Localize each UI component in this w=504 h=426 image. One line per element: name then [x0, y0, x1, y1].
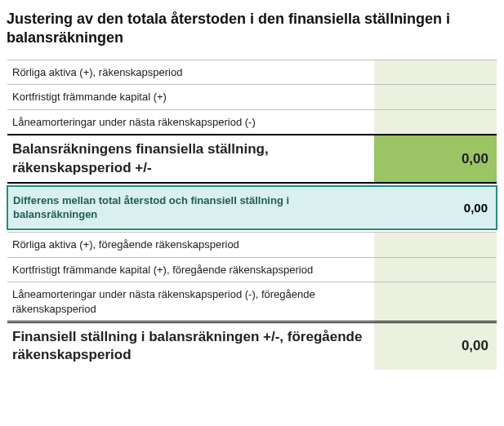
- row-value: [374, 233, 497, 258]
- previous-period-total-row: Finansiell ställning i balansräkningen +…: [7, 322, 497, 370]
- row-label: Finansiell ställning i balansräkningen +…: [7, 322, 374, 370]
- row-label: Låneamorteringar under nästa räkenskapsp…: [7, 109, 374, 135]
- row-value: [374, 282, 497, 322]
- table-row: Kortfristigt främmande kapital (+): [7, 85, 497, 110]
- row-value: [374, 85, 497, 110]
- row-value: 0,00: [374, 322, 497, 370]
- balance-position-total-row: Balansräkningens finansiella ställning, …: [7, 135, 497, 182]
- adjustment-table: Rörliga aktiva (+), räkenskapsperiod Kor…: [7, 60, 497, 370]
- table-row: Kortfristigt främmande kapital (+), före…: [7, 257, 497, 282]
- row-value: [374, 109, 497, 135]
- table-row: Låneamorteringar under nästa räkenskapsp…: [7, 109, 497, 135]
- row-label: Kortfristigt främmande kapital (+): [7, 85, 374, 110]
- table-row: Rörliga aktiva (+), räkenskapsperiod: [7, 60, 497, 85]
- table-row: Låneamorteringar under nästa räkenskapsp…: [7, 282, 497, 322]
- difference-row: Differens mellan total återstod och fina…: [7, 186, 497, 229]
- row-label: Differens mellan total återstod och fina…: [7, 186, 374, 229]
- row-value: 0,00: [374, 135, 497, 182]
- row-label: Rörliga aktiva (+), räkenskapsperiod: [7, 60, 374, 85]
- page-title: Justering av den totala återstoden i den…: [7, 10, 497, 48]
- row-label: Rörliga aktiva (+), föregående räkenskap…: [7, 233, 374, 258]
- row-label: Kortfristigt främmande kapital (+), före…: [7, 257, 374, 282]
- row-value: 0,00: [374, 186, 497, 229]
- row-label: Låneamorteringar under nästa räkenskapsp…: [7, 282, 374, 322]
- row-label: Balansräkningens finansiella ställning, …: [7, 135, 374, 182]
- row-value: [374, 60, 497, 85]
- row-value: [374, 257, 497, 282]
- table-row: Rörliga aktiva (+), föregående räkenskap…: [7, 233, 497, 258]
